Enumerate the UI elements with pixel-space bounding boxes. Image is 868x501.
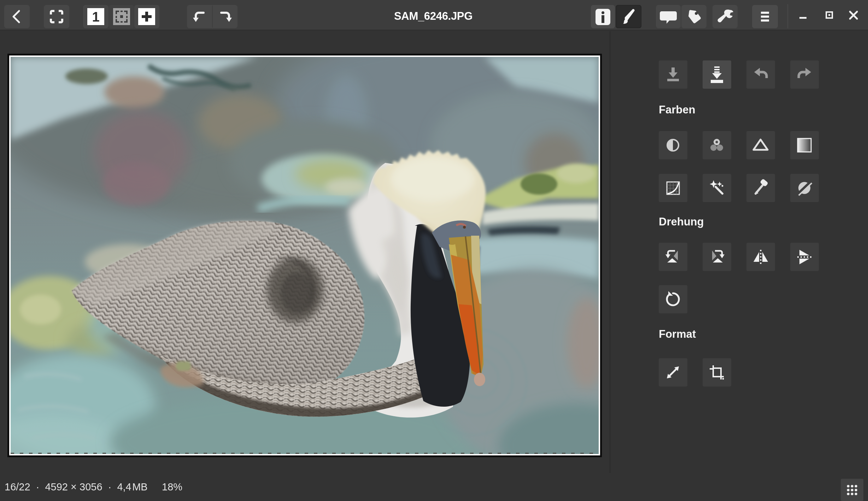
svg-text:1: 1: [92, 10, 99, 24]
